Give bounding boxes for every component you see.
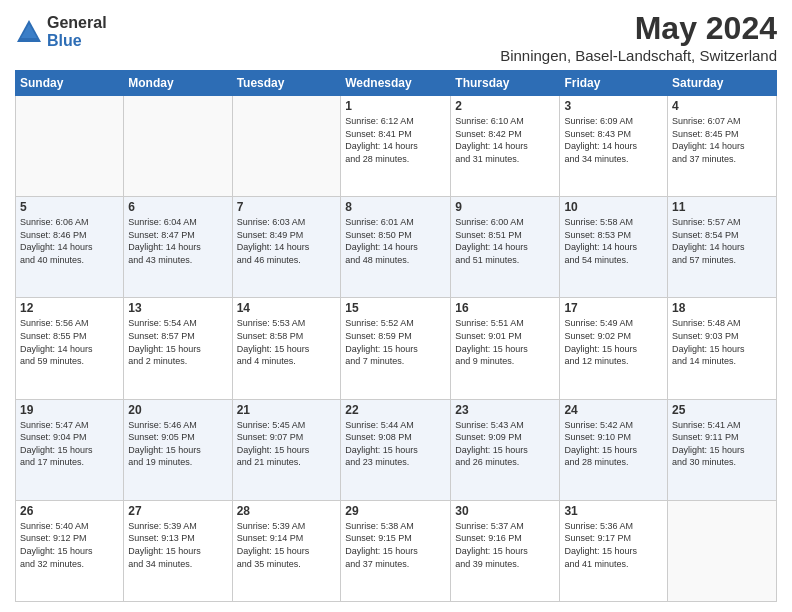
table-row	[232, 96, 341, 197]
day-number: 5	[20, 200, 119, 214]
main-title: May 2024	[500, 10, 777, 47]
weekday-header-row: Sunday Monday Tuesday Wednesday Thursday…	[16, 71, 777, 96]
calendar-week-row: 12Sunrise: 5:56 AM Sunset: 8:55 PM Dayli…	[16, 298, 777, 399]
day-info: Sunrise: 5:52 AM Sunset: 8:59 PM Dayligh…	[345, 317, 446, 367]
day-info: Sunrise: 5:39 AM Sunset: 9:14 PM Dayligh…	[237, 520, 337, 570]
day-info: Sunrise: 5:37 AM Sunset: 9:16 PM Dayligh…	[455, 520, 555, 570]
table-row: 28Sunrise: 5:39 AM Sunset: 9:14 PM Dayli…	[232, 500, 341, 601]
day-info: Sunrise: 5:38 AM Sunset: 9:15 PM Dayligh…	[345, 520, 446, 570]
table-row: 6Sunrise: 6:04 AM Sunset: 8:47 PM Daylig…	[124, 197, 232, 298]
day-info: Sunrise: 5:58 AM Sunset: 8:53 PM Dayligh…	[564, 216, 663, 266]
table-row: 10Sunrise: 5:58 AM Sunset: 8:53 PM Dayli…	[560, 197, 668, 298]
day-info: Sunrise: 6:06 AM Sunset: 8:46 PM Dayligh…	[20, 216, 119, 266]
day-number: 1	[345, 99, 446, 113]
calendar-week-row: 5Sunrise: 6:06 AM Sunset: 8:46 PM Daylig…	[16, 197, 777, 298]
header-saturday: Saturday	[668, 71, 777, 96]
day-info: Sunrise: 6:01 AM Sunset: 8:50 PM Dayligh…	[345, 216, 446, 266]
day-info: Sunrise: 5:51 AM Sunset: 9:01 PM Dayligh…	[455, 317, 555, 367]
day-info: Sunrise: 5:48 AM Sunset: 9:03 PM Dayligh…	[672, 317, 772, 367]
day-number: 2	[455, 99, 555, 113]
table-row: 1Sunrise: 6:12 AM Sunset: 8:41 PM Daylig…	[341, 96, 451, 197]
day-info: Sunrise: 5:43 AM Sunset: 9:09 PM Dayligh…	[455, 419, 555, 469]
day-info: Sunrise: 6:10 AM Sunset: 8:42 PM Dayligh…	[455, 115, 555, 165]
day-info: Sunrise: 5:39 AM Sunset: 9:13 PM Dayligh…	[128, 520, 227, 570]
logo-blue: Blue	[47, 32, 107, 50]
table-row: 23Sunrise: 5:43 AM Sunset: 9:09 PM Dayli…	[451, 399, 560, 500]
table-row: 21Sunrise: 5:45 AM Sunset: 9:07 PM Dayli…	[232, 399, 341, 500]
table-row: 13Sunrise: 5:54 AM Sunset: 8:57 PM Dayli…	[124, 298, 232, 399]
table-row: 19Sunrise: 5:47 AM Sunset: 9:04 PM Dayli…	[16, 399, 124, 500]
table-row: 24Sunrise: 5:42 AM Sunset: 9:10 PM Dayli…	[560, 399, 668, 500]
day-info: Sunrise: 5:54 AM Sunset: 8:57 PM Dayligh…	[128, 317, 227, 367]
day-info: Sunrise: 5:41 AM Sunset: 9:11 PM Dayligh…	[672, 419, 772, 469]
day-number: 6	[128, 200, 227, 214]
header-sunday: Sunday	[16, 71, 124, 96]
table-row	[16, 96, 124, 197]
day-number: 22	[345, 403, 446, 417]
day-info: Sunrise: 5:53 AM Sunset: 8:58 PM Dayligh…	[237, 317, 337, 367]
header-tuesday: Tuesday	[232, 71, 341, 96]
day-number: 13	[128, 301, 227, 315]
table-row: 30Sunrise: 5:37 AM Sunset: 9:16 PM Dayli…	[451, 500, 560, 601]
logo-text: General Blue	[47, 14, 107, 49]
page: General Blue May 2024 Binningen, Basel-L…	[0, 0, 792, 612]
logo-icon	[15, 18, 43, 46]
day-number: 9	[455, 200, 555, 214]
header-wednesday: Wednesday	[341, 71, 451, 96]
table-row: 7Sunrise: 6:03 AM Sunset: 8:49 PM Daylig…	[232, 197, 341, 298]
day-number: 15	[345, 301, 446, 315]
day-number: 28	[237, 504, 337, 518]
day-info: Sunrise: 5:57 AM Sunset: 8:54 PM Dayligh…	[672, 216, 772, 266]
table-row: 11Sunrise: 5:57 AM Sunset: 8:54 PM Dayli…	[668, 197, 777, 298]
calendar-week-row: 1Sunrise: 6:12 AM Sunset: 8:41 PM Daylig…	[16, 96, 777, 197]
subtitle: Binningen, Basel-Landschaft, Switzerland	[500, 47, 777, 64]
day-info: Sunrise: 6:12 AM Sunset: 8:41 PM Dayligh…	[345, 115, 446, 165]
table-row: 26Sunrise: 5:40 AM Sunset: 9:12 PM Dayli…	[16, 500, 124, 601]
header: General Blue May 2024 Binningen, Basel-L…	[15, 10, 777, 64]
table-row: 16Sunrise: 5:51 AM Sunset: 9:01 PM Dayli…	[451, 298, 560, 399]
day-info: Sunrise: 5:46 AM Sunset: 9:05 PM Dayligh…	[128, 419, 227, 469]
day-number: 31	[564, 504, 663, 518]
table-row	[124, 96, 232, 197]
day-info: Sunrise: 5:47 AM Sunset: 9:04 PM Dayligh…	[20, 419, 119, 469]
day-info: Sunrise: 5:36 AM Sunset: 9:17 PM Dayligh…	[564, 520, 663, 570]
table-row: 5Sunrise: 6:06 AM Sunset: 8:46 PM Daylig…	[16, 197, 124, 298]
day-number: 4	[672, 99, 772, 113]
day-number: 19	[20, 403, 119, 417]
day-info: Sunrise: 6:03 AM Sunset: 8:49 PM Dayligh…	[237, 216, 337, 266]
day-number: 26	[20, 504, 119, 518]
table-row	[668, 500, 777, 601]
table-row: 4Sunrise: 6:07 AM Sunset: 8:45 PM Daylig…	[668, 96, 777, 197]
day-number: 8	[345, 200, 446, 214]
day-number: 25	[672, 403, 772, 417]
day-info: Sunrise: 5:56 AM Sunset: 8:55 PM Dayligh…	[20, 317, 119, 367]
day-info: Sunrise: 6:07 AM Sunset: 8:45 PM Dayligh…	[672, 115, 772, 165]
header-friday: Friday	[560, 71, 668, 96]
table-row: 18Sunrise: 5:48 AM Sunset: 9:03 PM Dayli…	[668, 298, 777, 399]
table-row: 17Sunrise: 5:49 AM Sunset: 9:02 PM Dayli…	[560, 298, 668, 399]
day-number: 3	[564, 99, 663, 113]
day-info: Sunrise: 5:44 AM Sunset: 9:08 PM Dayligh…	[345, 419, 446, 469]
table-row: 31Sunrise: 5:36 AM Sunset: 9:17 PM Dayli…	[560, 500, 668, 601]
table-row: 3Sunrise: 6:09 AM Sunset: 8:43 PM Daylig…	[560, 96, 668, 197]
day-number: 18	[672, 301, 772, 315]
day-number: 12	[20, 301, 119, 315]
title-block: May 2024 Binningen, Basel-Landschaft, Sw…	[500, 10, 777, 64]
day-number: 17	[564, 301, 663, 315]
table-row: 2Sunrise: 6:10 AM Sunset: 8:42 PM Daylig…	[451, 96, 560, 197]
calendar: Sunday Monday Tuesday Wednesday Thursday…	[15, 70, 777, 602]
day-info: Sunrise: 5:42 AM Sunset: 9:10 PM Dayligh…	[564, 419, 663, 469]
header-thursday: Thursday	[451, 71, 560, 96]
day-info: Sunrise: 5:45 AM Sunset: 9:07 PM Dayligh…	[237, 419, 337, 469]
day-number: 29	[345, 504, 446, 518]
table-row: 27Sunrise: 5:39 AM Sunset: 9:13 PM Dayli…	[124, 500, 232, 601]
day-number: 20	[128, 403, 227, 417]
table-row: 12Sunrise: 5:56 AM Sunset: 8:55 PM Dayli…	[16, 298, 124, 399]
table-row: 15Sunrise: 5:52 AM Sunset: 8:59 PM Dayli…	[341, 298, 451, 399]
day-number: 30	[455, 504, 555, 518]
table-row: 8Sunrise: 6:01 AM Sunset: 8:50 PM Daylig…	[341, 197, 451, 298]
day-number: 11	[672, 200, 772, 214]
day-number: 7	[237, 200, 337, 214]
day-info: Sunrise: 5:40 AM Sunset: 9:12 PM Dayligh…	[20, 520, 119, 570]
day-number: 16	[455, 301, 555, 315]
